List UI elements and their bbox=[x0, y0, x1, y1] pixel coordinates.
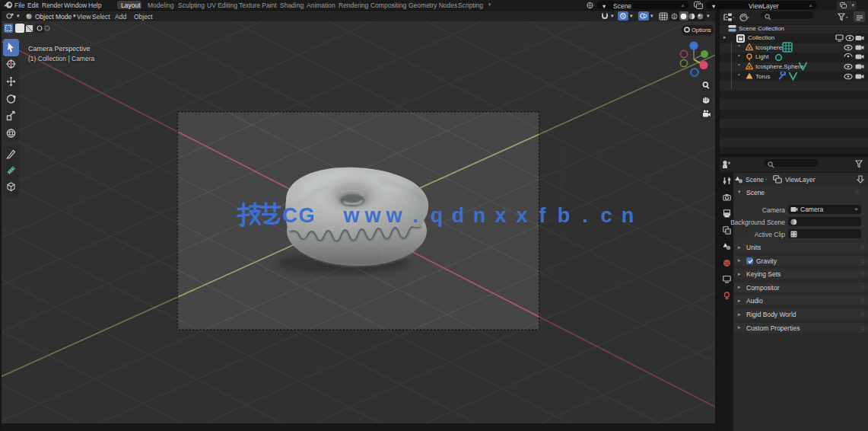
svg-text:CG: CG bbox=[282, 204, 314, 227]
svg-text:www.qdnxxfb.cn: www.qdnxxfb.cn bbox=[342, 204, 634, 227]
